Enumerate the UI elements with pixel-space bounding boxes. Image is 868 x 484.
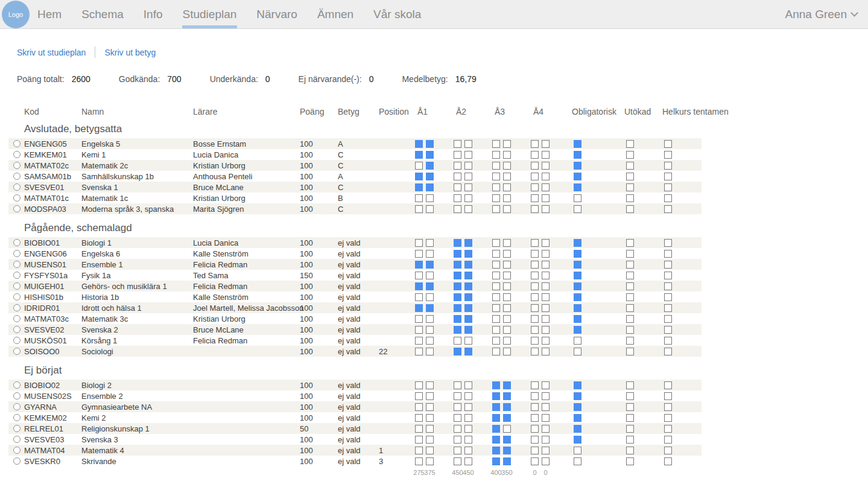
row-radio[interactable] bbox=[13, 151, 21, 158]
checkbox-unchecked[interactable] bbox=[454, 436, 461, 444]
checkbox-unchecked[interactable] bbox=[626, 261, 634, 269]
checkbox-unchecked[interactable] bbox=[542, 293, 550, 301]
checkbox-unchecked[interactable] bbox=[574, 457, 581, 465]
checkbox-unchecked[interactable] bbox=[415, 337, 423, 345]
checkbox-unchecked[interactable] bbox=[531, 315, 539, 323]
checkbox-unchecked[interactable] bbox=[492, 337, 500, 345]
checkbox-unchecked[interactable] bbox=[531, 425, 539, 433]
checkbox-checked[interactable] bbox=[415, 151, 423, 159]
checkbox-unchecked[interactable] bbox=[492, 151, 500, 159]
checkbox-unchecked[interactable] bbox=[454, 381, 461, 389]
checkbox-unchecked[interactable] bbox=[464, 436, 472, 444]
checkbox-unchecked[interactable] bbox=[574, 205, 581, 213]
checkbox-unchecked[interactable] bbox=[531, 205, 539, 213]
checkbox-unchecked[interactable] bbox=[426, 293, 434, 301]
checkbox-checked[interactable] bbox=[503, 414, 511, 422]
checkbox-unchecked[interactable] bbox=[542, 239, 550, 247]
checkbox-unchecked[interactable] bbox=[531, 293, 539, 301]
checkbox-unchecked[interactable] bbox=[574, 348, 581, 355]
checkbox-checked[interactable] bbox=[503, 392, 511, 400]
checkbox-unchecked[interactable] bbox=[531, 337, 539, 345]
checkbox-unchecked[interactable] bbox=[664, 293, 672, 301]
row-radio[interactable] bbox=[13, 282, 21, 290]
checkbox-unchecked[interactable] bbox=[542, 140, 550, 148]
checkbox-checked[interactable] bbox=[454, 272, 461, 279]
checkbox-unchecked[interactable] bbox=[464, 173, 472, 180]
checkbox-checked[interactable] bbox=[492, 457, 500, 465]
checkbox-checked[interactable] bbox=[464, 261, 472, 269]
checkbox-unchecked[interactable] bbox=[542, 194, 550, 202]
checkbox-unchecked[interactable] bbox=[542, 381, 550, 389]
checkbox-unchecked[interactable] bbox=[492, 326, 500, 334]
checkbox-checked[interactable] bbox=[574, 261, 581, 269]
checkbox-checked[interactable] bbox=[454, 261, 461, 269]
checkbox-unchecked[interactable] bbox=[415, 194, 423, 202]
checkbox-unchecked[interactable] bbox=[664, 304, 672, 312]
checkbox-unchecked[interactable] bbox=[531, 194, 539, 202]
checkbox-unchecked[interactable] bbox=[542, 414, 550, 422]
checkbox-unchecked[interactable] bbox=[426, 272, 434, 279]
checkbox-unchecked[interactable] bbox=[503, 315, 511, 323]
checkbox-unchecked[interactable] bbox=[415, 326, 423, 334]
checkbox-checked[interactable] bbox=[464, 293, 472, 301]
checkbox-unchecked[interactable] bbox=[664, 381, 672, 389]
checkbox-unchecked[interactable] bbox=[664, 194, 672, 202]
checkbox-unchecked[interactable] bbox=[664, 348, 672, 355]
checkbox-unchecked[interactable] bbox=[503, 194, 511, 202]
checkbox-unchecked[interactable] bbox=[542, 392, 550, 400]
logo[interactable]: Logo bbox=[2, 1, 30, 28]
checkbox-checked[interactable] bbox=[492, 392, 500, 400]
checkbox-unchecked[interactable] bbox=[626, 436, 634, 444]
checkbox-unchecked[interactable] bbox=[531, 414, 539, 422]
checkbox-unchecked[interactable] bbox=[415, 315, 423, 323]
checkbox-checked[interactable] bbox=[574, 282, 581, 290]
checkbox-unchecked[interactable] bbox=[664, 425, 672, 433]
checkbox-checked[interactable] bbox=[492, 425, 500, 433]
checkbox-unchecked[interactable] bbox=[503, 239, 511, 247]
checkbox-unchecked[interactable] bbox=[426, 392, 434, 400]
row-radio[interactable] bbox=[13, 457, 21, 465]
checkbox-checked[interactable] bbox=[415, 304, 423, 312]
checkbox-unchecked[interactable] bbox=[503, 183, 511, 191]
checkbox-unchecked[interactable] bbox=[426, 194, 434, 202]
checkbox-unchecked[interactable] bbox=[503, 205, 511, 213]
checkbox-unchecked[interactable] bbox=[503, 282, 511, 290]
checkbox-checked[interactable] bbox=[503, 436, 511, 444]
checkbox-unchecked[interactable] bbox=[626, 392, 634, 400]
checkbox-unchecked[interactable] bbox=[626, 173, 634, 180]
row-radio[interactable] bbox=[13, 304, 21, 311]
checkbox-checked[interactable] bbox=[574, 436, 581, 444]
checkbox-unchecked[interactable] bbox=[626, 162, 634, 170]
checkbox-checked[interactable] bbox=[574, 326, 581, 334]
row-radio[interactable] bbox=[13, 194, 21, 202]
checkbox-checked[interactable] bbox=[415, 261, 423, 269]
checkbox-unchecked[interactable] bbox=[415, 392, 423, 400]
checkbox-unchecked[interactable] bbox=[531, 447, 539, 454]
checkbox-unchecked[interactable] bbox=[542, 425, 550, 433]
row-radio[interactable] bbox=[13, 140, 21, 147]
checkbox-unchecked[interactable] bbox=[492, 261, 500, 269]
checkbox-unchecked[interactable] bbox=[426, 447, 434, 454]
checkbox-unchecked[interactable] bbox=[426, 425, 434, 433]
checkbox-unchecked[interactable] bbox=[531, 272, 539, 279]
checkbox-unchecked[interactable] bbox=[426, 250, 434, 258]
checkbox-unchecked[interactable] bbox=[464, 425, 472, 433]
checkbox-checked[interactable] bbox=[492, 447, 500, 454]
checkbox-unchecked[interactable] bbox=[531, 151, 539, 159]
checkbox-unchecked[interactable] bbox=[492, 348, 500, 355]
checkbox-unchecked[interactable] bbox=[664, 183, 672, 191]
checkbox-unchecked[interactable] bbox=[626, 293, 634, 301]
checkbox-checked[interactable] bbox=[492, 414, 500, 422]
row-radio[interactable] bbox=[13, 348, 21, 355]
checkbox-unchecked[interactable] bbox=[454, 457, 461, 465]
checkbox-unchecked[interactable] bbox=[531, 261, 539, 269]
checkbox-unchecked[interactable] bbox=[626, 425, 634, 433]
checkbox-unchecked[interactable] bbox=[464, 403, 472, 411]
checkbox-unchecked[interactable] bbox=[574, 194, 581, 202]
checkbox-unchecked[interactable] bbox=[626, 194, 634, 202]
checkbox-unchecked[interactable] bbox=[542, 457, 550, 465]
checkbox-unchecked[interactable] bbox=[626, 282, 634, 290]
checkbox-checked[interactable] bbox=[503, 403, 511, 411]
checkbox-unchecked[interactable] bbox=[503, 326, 511, 334]
checkbox-unchecked[interactable] bbox=[626, 381, 634, 389]
